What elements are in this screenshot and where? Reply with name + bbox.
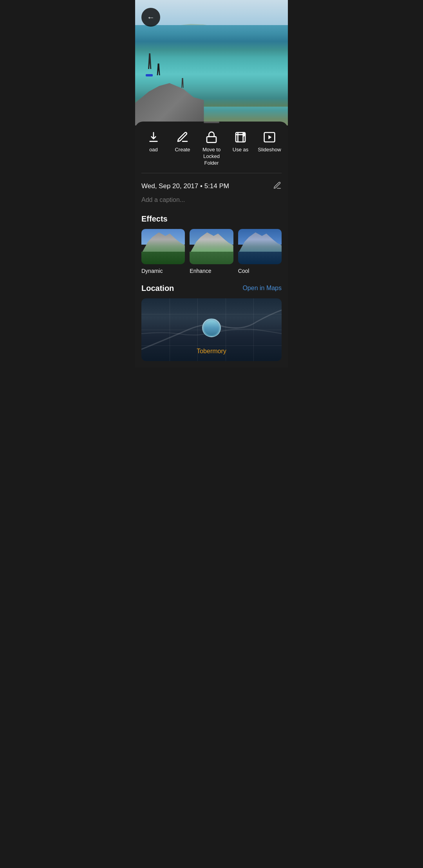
location-header: Location Open in Maps [141, 284, 282, 293]
svg-marker-3 [268, 135, 271, 140]
svg-rect-0 [207, 137, 216, 143]
use-as-icon [234, 131, 247, 143]
effect-dynamic-thumbnail [141, 229, 185, 264]
location-section: Location Open in Maps [135, 284, 288, 367]
map-pin [202, 318, 221, 337]
location-title: Location [141, 284, 174, 293]
effects-row: Dynamic Enhance [141, 229, 282, 274]
effect-enhance-label: Enhance [190, 268, 211, 274]
map-location-name: Tobermory [197, 348, 226, 355]
effect-enhance-thumbnail [190, 229, 233, 264]
action-download[interactable]: oad [140, 131, 167, 153]
actions-row: oad Create Move toLockedFolder [135, 123, 288, 173]
action-move-locked[interactable]: Move toLockedFolder [198, 131, 225, 167]
bottom-panel: oad Create Move toLockedFolder [135, 122, 288, 367]
effect-cool-label: Cool [238, 268, 249, 274]
effect-cool-thumbnail [238, 229, 282, 264]
action-create-label: Create [175, 147, 190, 153]
lock-icon [205, 131, 218, 143]
edit-date-icon[interactable] [273, 181, 282, 192]
effect-cool[interactable]: Cool [238, 229, 282, 274]
effects-section: Effects Dynamic [135, 214, 288, 274]
date-time-text: Wed, Sep 20, 2017 • 5:14 PM [141, 182, 229, 190]
meta-section: Wed, Sep 20, 2017 • 5:14 PM Add a captio… [135, 173, 288, 214]
back-arrow-icon: ← [147, 13, 155, 21]
slideshow-icon [263, 131, 276, 143]
action-download-label: oad [149, 147, 158, 153]
action-slideshow[interactable]: Slideshow [256, 131, 283, 153]
create-icon [176, 131, 189, 143]
action-slideshow-label: Slideshow [258, 147, 281, 153]
action-use-as[interactable]: Use as [227, 131, 254, 153]
action-create[interactable]: Create [169, 131, 196, 153]
action-use-as-label: Use as [233, 147, 248, 153]
open-in-maps-button[interactable]: Open in Maps [242, 285, 282, 292]
back-button[interactable]: ← [141, 8, 160, 27]
effects-title: Effects [141, 214, 282, 223]
action-locked-label: Move toLockedFolder [202, 147, 221, 167]
date-row: Wed, Sep 20, 2017 • 5:14 PM [141, 181, 282, 192]
caption-field[interactable]: Add a caption... [141, 196, 282, 203]
effect-dynamic-label: Dynamic [141, 268, 163, 274]
effect-enhance[interactable]: Enhance [190, 229, 233, 274]
download-icon [147, 131, 160, 143]
map-preview[interactable]: Tobermory [141, 298, 282, 361]
effect-dynamic[interactable]: Dynamic [141, 229, 185, 274]
photo-container: ← [135, 0, 288, 125]
